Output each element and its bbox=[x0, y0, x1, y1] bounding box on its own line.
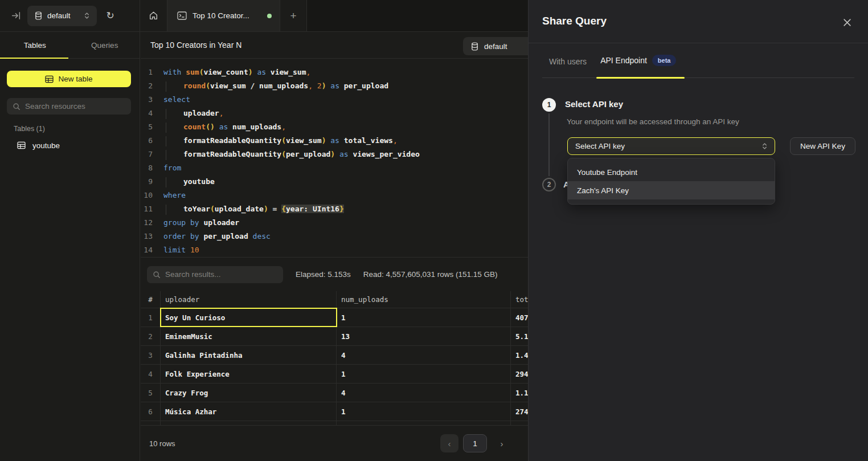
code-text: formatReadableQuantity(view_sum) as tota… bbox=[163, 134, 398, 148]
cell-total-views[interactable]: 1.4 bbox=[511, 346, 528, 364]
column-header-tot[interactable]: tot bbox=[511, 291, 528, 308]
grid-body: 1Soy Un Curioso14072EminemMusic135.13Gal… bbox=[141, 308, 528, 421]
table-item-label: youtube bbox=[32, 141, 60, 150]
code-text: order by per_upload desc bbox=[163, 230, 271, 243]
row-number: 3 bbox=[141, 346, 161, 364]
results-grid: #uploadernum_uploadstot 1Soy Un Curioso1… bbox=[141, 291, 528, 425]
cell-total-views[interactable]: 294 bbox=[511, 365, 528, 383]
api-key-option[interactable]: Youtube Endpoint bbox=[568, 163, 775, 181]
chevron-updown-icon bbox=[761, 142, 768, 150]
database-selector[interactable]: default bbox=[27, 6, 97, 26]
cell-num-uploads[interactable]: 4 bbox=[337, 384, 511, 402]
cell-num-uploads[interactable]: 1 bbox=[337, 365, 511, 383]
home-button[interactable] bbox=[140, 0, 167, 31]
step-1-indicator: 1 bbox=[542, 98, 556, 112]
cell-total-views[interactable]: 5.1 bbox=[511, 327, 528, 345]
results-search bbox=[147, 266, 283, 283]
unsaved-dot-icon bbox=[267, 14, 272, 18]
code-line-13: 13order by per_upload desc bbox=[141, 230, 528, 243]
code-line-10: 10where bbox=[141, 189, 528, 202]
tab-with-users[interactable]: With users bbox=[542, 57, 593, 77]
close-icon bbox=[843, 18, 851, 27]
cell-total-views[interactable]: 274 bbox=[511, 402, 528, 421]
sidebar: Tables Queries New table Tables (1) yout… bbox=[0, 32, 140, 461]
line-number: 8 bbox=[141, 161, 153, 175]
table-row: 6Música Azhar1274 bbox=[141, 402, 528, 421]
cell-uploader[interactable]: Galinha Pintadinha bbox=[161, 346, 337, 364]
pagination-page-button[interactable]: 1 bbox=[463, 434, 487, 452]
pagination-prev-button[interactable]: ‹ bbox=[440, 434, 458, 452]
indent-guide bbox=[166, 109, 183, 119]
pagination-next-button[interactable]: › bbox=[494, 434, 510, 452]
step-connector-line bbox=[548, 113, 550, 176]
chevron-right-icon: › bbox=[501, 439, 503, 448]
indent-guide bbox=[166, 81, 183, 92]
cell-uploader[interactable]: Crazy Frog bbox=[161, 384, 337, 402]
database-icon bbox=[35, 11, 42, 20]
table-icon bbox=[17, 141, 26, 149]
home-icon bbox=[149, 11, 158, 21]
share-query-panel: Share Query With users API Endpoint beta… bbox=[528, 0, 868, 461]
code-text: uploader, bbox=[163, 107, 223, 120]
editor-database-value: default bbox=[484, 42, 507, 51]
code-text: select bbox=[163, 93, 190, 107]
table-row: 5Crazy Frog41.1 bbox=[141, 384, 528, 402]
row-number: 1 bbox=[141, 308, 161, 327]
code-line-3: 3select bbox=[141, 93, 528, 107]
api-key-select-value: Select API key bbox=[575, 142, 761, 150]
cell-num-uploads[interactable]: 1 bbox=[337, 308, 511, 327]
cell-num-uploads[interactable]: 4 bbox=[337, 346, 511, 364]
tab-tables[interactable]: Tables bbox=[0, 32, 70, 58]
collapse-sidebar-button[interactable] bbox=[5, 5, 27, 27]
tabstrip-spacer bbox=[307, 0, 528, 31]
api-key-select[interactable]: Select API key bbox=[567, 137, 775, 155]
code-line-8: 8from bbox=[141, 161, 528, 175]
tab-top-10-creators[interactable]: Top 10 Creator... bbox=[167, 0, 280, 31]
new-tab-button[interactable]: + bbox=[280, 0, 307, 31]
cell-uploader[interactable]: EminemMusic bbox=[161, 327, 337, 345]
line-number: 9 bbox=[141, 175, 153, 189]
tab-api-endpoint[interactable]: API Endpoint beta bbox=[593, 55, 683, 77]
cell-uploader[interactable]: Música Azhar bbox=[161, 402, 337, 421]
close-panel-button[interactable] bbox=[838, 13, 856, 31]
tab-strip: Top 10 Creator... + bbox=[140, 0, 528, 31]
share-panel-body: 1 Select API key Your endpoint will be a… bbox=[529, 78, 868, 426]
new-table-label: New table bbox=[58, 75, 92, 83]
cell-uploader[interactable]: Soy Un Curioso bbox=[161, 308, 337, 327]
cell-num-uploads[interactable]: 13 bbox=[337, 327, 511, 345]
line-number: 5 bbox=[141, 120, 153, 134]
tab-queries[interactable]: Queries bbox=[70, 32, 140, 58]
indent-guide bbox=[166, 205, 183, 215]
beta-badge: beta bbox=[652, 55, 677, 66]
refresh-button[interactable]: ↻ bbox=[100, 6, 121, 26]
tables-section-label: Tables (1) bbox=[14, 125, 45, 133]
results-toolbar: Elapsed: 5.153s Read: 4,557,605,031 rows… bbox=[141, 258, 528, 291]
new-table-button[interactable]: New table bbox=[7, 71, 131, 87]
api-key-option[interactable]: Zach's API Key bbox=[568, 181, 775, 199]
sidebar-table-item[interactable]: youtube bbox=[7, 136, 131, 154]
grid-footer: 10 rows ‹ 1 › bbox=[141, 425, 528, 460]
column-header-num_uploads[interactable]: num_uploads bbox=[337, 291, 511, 308]
column-header-num[interactable]: # bbox=[141, 291, 161, 308]
line-number: 1 bbox=[141, 66, 153, 79]
query-header: Top 10 Creators in Year N default bbox=[141, 32, 528, 59]
cell-num-uploads[interactable]: 1 bbox=[337, 402, 511, 421]
cell-total-views[interactable]: 407 bbox=[511, 308, 528, 327]
sql-editor[interactable]: 1with sum(view_count) as view_sum,2round… bbox=[141, 59, 528, 258]
search-icon bbox=[153, 271, 161, 279]
cell-total-views[interactable]: 1.1 bbox=[511, 384, 528, 402]
code-line-14: 14limit 10 bbox=[141, 243, 528, 257]
search-results-input[interactable] bbox=[165, 270, 277, 279]
new-api-key-button[interactable]: New API Key bbox=[790, 137, 855, 155]
code-text: where bbox=[163, 189, 186, 202]
grid-row-partial bbox=[141, 421, 528, 425]
cell-uploader[interactable]: Folk Experience bbox=[161, 365, 337, 383]
step-1-description: Your endpoint will be accessed through a… bbox=[567, 117, 739, 126]
column-header-uploader[interactable]: uploader bbox=[161, 291, 337, 308]
code-text: count() as num_uploads, bbox=[163, 120, 286, 134]
code-text: from bbox=[163, 161, 181, 175]
search-resources-input[interactable] bbox=[25, 102, 125, 111]
chevron-updown-icon bbox=[84, 12, 90, 19]
editor-database-selector[interactable]: default bbox=[463, 37, 528, 55]
code-text: group by uploader bbox=[163, 216, 239, 230]
